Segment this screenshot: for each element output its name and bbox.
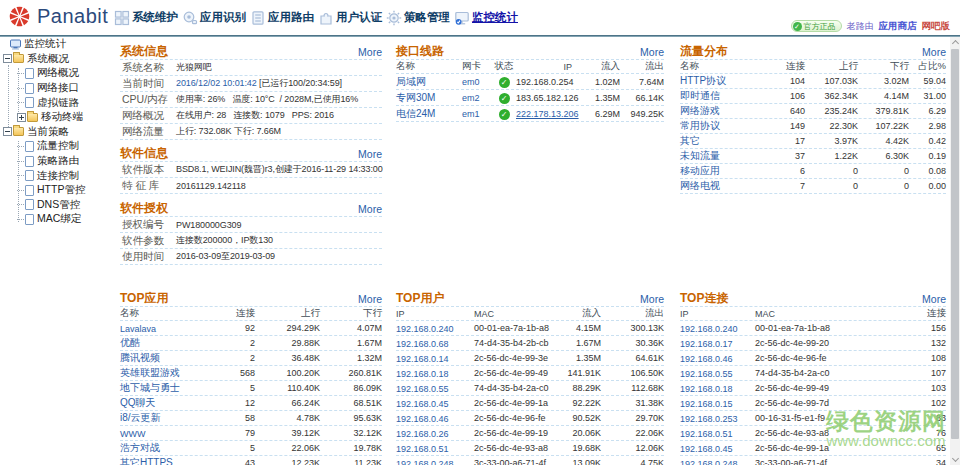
main-nav: 系统维护 应用识别 应用路由 用户认证 bbox=[114, 0, 522, 35]
panabit-logo-icon bbox=[8, 5, 31, 28]
scroll-up-button[interactable] bbox=[950, 37, 960, 48]
cell-link[interactable]: 192.168.0.46 bbox=[396, 414, 449, 424]
cell-link[interactable]: 其它HTTPS bbox=[120, 457, 173, 465]
cell-link[interactable]: QQ聊天 bbox=[120, 397, 156, 408]
cell-link[interactable]: 192.168.0.15 bbox=[680, 399, 733, 409]
collapse-icon[interactable] bbox=[3, 54, 12, 63]
expand-icon[interactable] bbox=[17, 113, 26, 122]
more-link[interactable]: More bbox=[358, 46, 382, 58]
tree-item[interactable]: 移动终端 bbox=[0, 110, 112, 125]
more-link[interactable]: More bbox=[640, 46, 664, 58]
tree-item[interactable]: 连接控制 bbox=[0, 168, 112, 183]
tree-item[interactable]: 网络概况 bbox=[0, 66, 112, 81]
cell-link[interactable]: 192.168.0.46 bbox=[680, 354, 733, 364]
more-link[interactable]: More bbox=[922, 46, 946, 58]
cell-link[interactable]: 即时通信 bbox=[680, 90, 720, 101]
nav-item-policy[interactable]: 策略管理 bbox=[386, 10, 450, 26]
cell-link[interactable]: em1 bbox=[462, 109, 480, 119]
nav-item-app-route[interactable]: 应用路由 bbox=[250, 10, 314, 26]
cell-link[interactable]: 192.168.0.17 bbox=[680, 339, 733, 349]
cell-link[interactable]: 地下城与勇士 bbox=[120, 382, 180, 393]
cell-link[interactable]: 未知流量 bbox=[680, 150, 720, 161]
more-link[interactable]: More bbox=[358, 293, 382, 305]
cell-link[interactable]: 192.168.0.45 bbox=[680, 444, 733, 454]
cell-link[interactable]: 192.168.0.26 bbox=[396, 429, 449, 439]
tree-item[interactable]: 虚拟链路 bbox=[0, 95, 112, 110]
scrollbar[interactable] bbox=[950, 37, 960, 465]
cell-link[interactable]: 222.178.13.206 bbox=[516, 109, 579, 119]
tree-group[interactable]: 系统概况 bbox=[0, 52, 112, 67]
panel-title: 流量分布 bbox=[680, 43, 728, 60]
cell-link[interactable]: 192.168.0.51 bbox=[396, 444, 449, 454]
table-cell: 86.09K bbox=[320, 383, 382, 393]
cell-link[interactable]: 192.168.0.253 bbox=[680, 414, 738, 424]
cell-link[interactable]: 优酷 bbox=[120, 337, 140, 348]
tree-item[interactable]: MAC绑定 bbox=[0, 212, 112, 227]
cell-link[interactable]: 其它 bbox=[680, 135, 700, 146]
cell-link[interactable]: 192.168.0.55 bbox=[396, 384, 449, 394]
scroll-down-button[interactable] bbox=[950, 454, 960, 465]
cell-link[interactable]: 192.168.0.68 bbox=[396, 339, 449, 349]
tree-item[interactable]: 网络接口 bbox=[0, 81, 112, 96]
cell-link[interactable]: 192.168.0.51 bbox=[680, 429, 733, 439]
cell-link[interactable]: 英雄联盟游戏 bbox=[120, 367, 180, 378]
nav-item-system-maintain[interactable]: 系统维护 bbox=[114, 10, 178, 26]
cell-link[interactable]: 腾讯视频 bbox=[120, 352, 160, 363]
cell-link[interactable]: 192.168.0.45 bbox=[396, 399, 449, 409]
tree-group-label: 当前策略 bbox=[27, 125, 69, 139]
table-row: 192.168.0.5574-d4-35-b4-2a-c088.29K112.6… bbox=[396, 381, 664, 396]
tree-item[interactable]: HTTP管控 bbox=[0, 183, 112, 198]
collapse-icon[interactable] bbox=[3, 127, 12, 136]
nav-item-app-identify[interactable]: 应用识别 bbox=[182, 10, 246, 26]
app-store-link[interactable]: 应用商店 bbox=[879, 20, 917, 33]
nav-item-monitor-stats[interactable]: 监控统计 bbox=[454, 10, 518, 26]
more-link[interactable]: More bbox=[358, 148, 382, 160]
table-cell: 107.03K bbox=[805, 76, 858, 86]
scroll-thumb[interactable] bbox=[951, 49, 959, 439]
tree-root-item[interactable]: 监控统计 bbox=[0, 37, 112, 52]
tree-item[interactable]: 流量控制 bbox=[0, 139, 112, 154]
cell-link[interactable]: 192.168.0.14 bbox=[396, 354, 449, 364]
tree-item[interactable]: 策略路由 bbox=[0, 154, 112, 169]
value-text: [已运行100/20:34:59] bbox=[257, 78, 342, 88]
cell-link[interactable]: 浩方对战 bbox=[120, 442, 160, 453]
cell-link[interactable]: 192.168.0.248 bbox=[680, 459, 738, 465]
panabit-logo[interactable]: Panabit bbox=[8, 5, 108, 28]
cell-link[interactable]: 192.168.0.55 bbox=[680, 369, 733, 379]
cell-link[interactable]: i8/云更新 bbox=[120, 412, 161, 423]
table-cell: 其它 bbox=[680, 134, 780, 148]
more-link[interactable]: More bbox=[640, 293, 664, 305]
cell-link[interactable]: em2 bbox=[462, 93, 480, 103]
cell-link[interactable]: 局域网 bbox=[396, 76, 426, 87]
tree-group[interactable]: 当前策略 bbox=[0, 125, 112, 140]
old-router-link[interactable]: 老路由 bbox=[847, 20, 874, 33]
cell-link[interactable]: 网络游戏 bbox=[680, 105, 720, 116]
cell-link[interactable]: WWW bbox=[120, 429, 145, 439]
nav-item-user-auth[interactable]: 用户认证 bbox=[318, 10, 382, 26]
table-row: 192.168.0.172c-56-dc-4e-99-20132 bbox=[680, 336, 946, 351]
tree-item-label: MAC绑定 bbox=[37, 212, 81, 226]
cell-link[interactable]: 电信24M bbox=[396, 108, 435, 119]
cell-link[interactable]: Lavalava bbox=[120, 324, 156, 334]
table-cell: 22.06K bbox=[255, 443, 320, 453]
more-link[interactable]: More bbox=[922, 293, 946, 305]
cell-link[interactable]: 常用协议 bbox=[680, 120, 720, 131]
cell-link[interactable]: 网络电视 bbox=[680, 180, 720, 191]
netbar-edition-link[interactable]: 网吧版 bbox=[922, 20, 951, 33]
cell-link[interactable]: 专网30M bbox=[396, 92, 435, 103]
table-cell: 2c-56-dc-4e-93-a8 bbox=[755, 428, 895, 438]
table-row: 192.168.0.152c-56-dc-4e-99-7d102 bbox=[680, 396, 946, 411]
table-cell: 13.09K bbox=[556, 458, 601, 465]
tree-item[interactable]: DNS管控 bbox=[0, 198, 112, 213]
cell-link[interactable]: 192.168.0.240 bbox=[680, 324, 738, 334]
cell-link[interactable]: 移动应用 bbox=[680, 165, 720, 176]
cell-link[interactable]: em0 bbox=[462, 77, 480, 87]
value-link[interactable]: 2016/12/02 10:01:42 bbox=[176, 78, 257, 88]
more-link[interactable]: More bbox=[358, 203, 382, 215]
cell-link[interactable]: 192.168.0.248 bbox=[396, 459, 454, 465]
cell-link[interactable]: 192.168.0.18 bbox=[396, 369, 449, 379]
table-cell: 640 bbox=[780, 106, 805, 116]
cell-link[interactable]: 192.168.0.240 bbox=[396, 324, 454, 334]
cell-link[interactable]: 192.168.0.18 bbox=[680, 384, 733, 394]
cell-link[interactable]: HTTP协议 bbox=[680, 75, 726, 86]
